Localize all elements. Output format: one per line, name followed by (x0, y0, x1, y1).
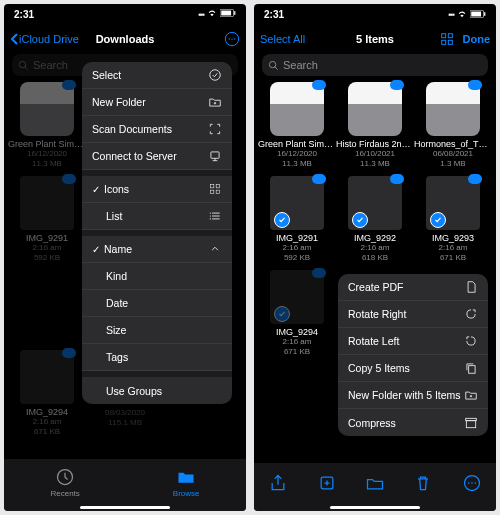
menu-label: Icons (104, 183, 129, 195)
svg-rect-34 (466, 420, 475, 427)
status-indicators: ▪▪▪ (448, 9, 486, 19)
menu-sort-kind[interactable]: Kind (82, 263, 232, 290)
menu-label: Scan Documents (92, 123, 208, 135)
svg-point-38 (468, 482, 470, 484)
menu-scan[interactable]: Scan Documents (82, 116, 232, 143)
more-icon[interactable] (224, 31, 240, 47)
battery-icon (470, 10, 486, 18)
menu-compress[interactable]: Compress (338, 409, 488, 436)
menu-label: New Folder with 5 Items (348, 389, 461, 401)
menu-icons[interactable]: ✓Icons (82, 176, 232, 203)
file-item[interactable]: IMG_9291 2:16 am 592 KB (8, 176, 86, 264)
rotate-right-icon (464, 307, 478, 321)
tab-recents[interactable]: Recents (50, 467, 79, 498)
file-name: Hormones_of_The_…ortex (414, 139, 492, 149)
svg-point-20 (210, 213, 211, 214)
file-item[interactable]: Green Plant Simpl…ry.zip 16/12/2020 11.3… (258, 82, 336, 170)
menu-sort-tags[interactable]: Tags (82, 344, 232, 371)
duplicate-icon[interactable] (317, 473, 337, 493)
menu-rotate-left[interactable]: Rotate Left (338, 328, 488, 355)
menu-copy[interactable]: Copy 5 Items (338, 355, 488, 382)
menu-sort-date[interactable]: Date (82, 290, 232, 317)
file-thumb (20, 350, 74, 404)
phone-left-screen: 2:31 ▪▪▪ iCloud Drive Downloads Search G… (4, 4, 246, 511)
menu-label: Date (106, 297, 128, 309)
nav-bar: iCloud Drive Downloads (4, 24, 246, 54)
selected-check-icon (430, 212, 446, 228)
file-date: 2:16 am (258, 243, 336, 253)
home-indicator[interactable] (80, 506, 170, 509)
svg-rect-35 (466, 418, 477, 420)
file-size: 592 KB (8, 253, 86, 263)
svg-rect-30 (448, 40, 452, 44)
search-input[interactable]: Search (262, 54, 488, 76)
file-size: 115.1 MB (86, 418, 164, 428)
share-icon[interactable] (268, 473, 288, 493)
svg-point-4 (229, 38, 230, 39)
menu-server[interactable]: Connect to Server (82, 143, 232, 170)
grid-icon (208, 182, 222, 196)
file-name: Green Plant Simpl…ry.zip (8, 139, 86, 149)
file-item[interactable]: IMG_9291 2:16 am 592 KB (258, 176, 336, 264)
status-time: 2:31 (264, 9, 284, 20)
svg-rect-14 (216, 184, 220, 188)
menu-list[interactable]: List (82, 203, 232, 230)
menu-new-folder[interactable]: New Folder (82, 89, 232, 116)
file-thumb (270, 82, 324, 136)
menu-select[interactable]: Select (82, 62, 232, 89)
svg-line-8 (25, 66, 28, 69)
file-item[interactable]: Green Plant Simpl…ry.zip 16/12/2020 11.3… (8, 82, 86, 170)
file-size: 671 KB (8, 427, 86, 437)
file-size: 11.3 MB (8, 159, 86, 169)
move-icon[interactable] (365, 473, 385, 493)
file-item[interactable]: Histo Firdaus 2nd year 16/10/2021 11.3 M… (336, 82, 414, 170)
file-size: 11.3 MB (336, 159, 414, 169)
file-name: IMG_9292 (336, 233, 414, 243)
file-item[interactable]: IMG_9294 2:16 am 671 KB (8, 350, 86, 438)
file-date: 08/03/2020 (86, 408, 164, 418)
home-indicator[interactable] (330, 506, 420, 509)
menu-label: Use Groups (106, 385, 162, 397)
menu-sort-size[interactable]: Size (82, 317, 232, 344)
menu-label: Connect to Server (92, 150, 208, 162)
file-date: 16/12/2020 (8, 149, 86, 159)
status-bar: 2:31 ▪▪▪ (4, 4, 246, 24)
tab-browse[interactable]: Browse (173, 467, 200, 498)
file-date: 16/10/2021 (336, 149, 414, 159)
back-button[interactable]: iCloud Drive (10, 33, 79, 45)
done-button[interactable]: Done (463, 33, 491, 45)
svg-point-6 (234, 38, 235, 39)
file-name: Histo Firdaus 2nd year (336, 139, 414, 149)
menu-label: Select (92, 69, 208, 81)
selected-check-icon (352, 212, 368, 228)
selected-check-icon (274, 212, 290, 228)
svg-rect-1 (221, 11, 231, 16)
file-size: 618 KB (336, 253, 414, 263)
file-size: 1.3 MB (414, 159, 492, 169)
file-size: 671 KB (258, 347, 336, 357)
menu-sort-name[interactable]: ✓Name (82, 236, 232, 263)
copy-icon (464, 361, 478, 375)
file-item[interactable]: IMG_9292 2:16 am 618 KB (336, 176, 414, 264)
svg-rect-33 (469, 366, 475, 374)
select-all-button[interactable]: Select All (260, 33, 305, 45)
file-item[interactable]: IMG_9293 2:16 am 671 KB (414, 176, 492, 264)
trash-icon[interactable] (413, 473, 433, 493)
file-item[interactable]: IMG_9294 2:16 am 671 KB (258, 270, 336, 358)
menu-rotate-right[interactable]: Rotate Right (338, 301, 488, 328)
file-name: IMG_9294 (258, 327, 336, 337)
file-item[interactable]: Hormones_of_The_…ortex 06/08/2021 1.3 MB (414, 82, 492, 170)
menu-use-groups[interactable]: Use Groups (82, 377, 232, 404)
menu-label: Rotate Left (348, 335, 399, 347)
search-placeholder: Search (283, 59, 318, 71)
menu-create-pdf[interactable]: Create PDF (338, 274, 488, 301)
menu-label: Size (106, 324, 126, 336)
svg-point-31 (269, 61, 275, 67)
menu-new-folder-items[interactable]: New Folder with 5 Items (338, 382, 488, 409)
file-thumb (426, 176, 480, 230)
svg-rect-13 (210, 184, 214, 188)
file-thumb (20, 176, 74, 230)
grid-toggle-icon[interactable] (439, 31, 455, 47)
chevron-up-icon (208, 242, 222, 256)
more-icon[interactable] (462, 473, 482, 493)
